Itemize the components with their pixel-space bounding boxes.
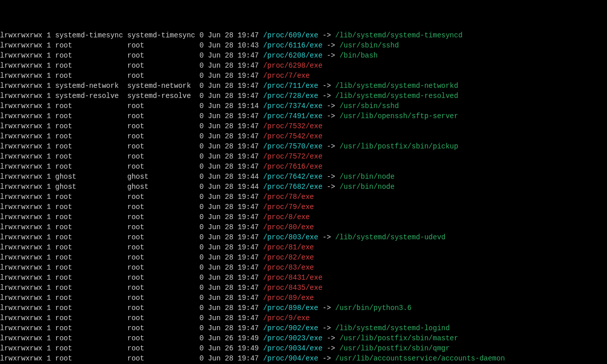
ls-row: lrwxrwxrwx 1 root root 0 Jun 28 19:47 /p… <box>0 353 607 363</box>
size: 0 <box>199 183 208 191</box>
group: root <box>127 152 199 161</box>
group: root <box>127 213 199 221</box>
permissions: lrwxrwxrwx <box>0 203 42 211</box>
size: 0 <box>199 253 208 262</box>
ls-row: lrwxrwxrwx 1 root root 0 Jun 28 19:47 /p… <box>0 283 607 293</box>
permissions: lrwxrwxrwx <box>0 122 42 130</box>
group: root <box>127 354 199 362</box>
date: Jun 28 19:14 <box>208 102 259 110</box>
group: root <box>127 72 199 80</box>
link-count: 1 <box>42 284 55 292</box>
size: 0 <box>199 284 208 292</box>
symlink-path: /proc/902/exe <box>263 324 318 332</box>
symlink-target: /usr/bin/node <box>339 173 394 181</box>
permissions: lrwxrwxrwx <box>0 354 42 362</box>
link-count: 1 <box>42 173 55 181</box>
link-count: 1 <box>42 112 55 120</box>
ls-row: lrwxrwxrwx 1 root root 0 Jun 28 19:47 /p… <box>0 303 607 313</box>
symlink-path: /proc/898/exe <box>263 304 318 312</box>
ls-row: lrwxrwxrwx 1 root root 0 Jun 28 19:47 /p… <box>0 192 607 202</box>
ls-row: lrwxrwxrwx 1 systemd-timesync systemd-ti… <box>0 30 607 40</box>
date: Jun 26 19:49 <box>208 334 259 342</box>
ls-row: lrwxrwxrwx 1 root root 0 Jun 28 19:47 /p… <box>0 242 607 252</box>
ls-row: lrwxrwxrwx 1 root root 0 Jun 28 19:47 /p… <box>0 71 607 81</box>
symlink-target: /lib/systemd/systemd-networkd <box>335 82 459 90</box>
size: 0 <box>199 31 208 39</box>
ls-row: lrwxrwxrwx 1 root root 0 Jun 28 19:47 /p… <box>0 273 607 283</box>
group: root <box>127 334 199 342</box>
ls-row: lrwxrwxrwx 1 root root 0 Jun 28 19:47 /p… <box>0 232 607 242</box>
symlink-path: /proc/728/exe <box>263 92 318 100</box>
size: 0 <box>199 233 208 241</box>
size: 0 <box>199 41 208 49</box>
arrow-icon: -> <box>323 41 340 49</box>
symlink-target: /usr/lib/accountsservice/accounts-daemon <box>335 354 505 362</box>
group: root <box>127 344 199 352</box>
permissions: lrwxrwxrwx <box>0 31 42 39</box>
permissions: lrwxrwxrwx <box>0 142 42 150</box>
ls-row: lrwxrwxrwx 1 root root 0 Jun 26 19:49 /p… <box>0 343 607 353</box>
permissions: lrwxrwxrwx <box>0 183 42 191</box>
symlink-path: /proc/7682/exe <box>263 183 323 191</box>
owner: root <box>55 274 127 282</box>
symlink-target: /usr/lib/openssh/sftp-server <box>339 112 458 120</box>
owner: systemd-network <box>55 82 127 90</box>
owner: root <box>55 253 127 262</box>
group: root <box>127 304 199 312</box>
date: Jun 28 19:44 <box>208 173 259 181</box>
permissions: lrwxrwxrwx <box>0 112 42 120</box>
date: Jun 28 19:47 <box>208 51 259 60</box>
group: root <box>127 142 199 150</box>
ls-row: lrwxrwxrwx 1 root root 0 Jun 28 19:47 /p… <box>0 61 607 71</box>
size: 0 <box>199 152 208 161</box>
owner: root <box>55 132 127 140</box>
group: ghost <box>127 183 199 191</box>
arrow-icon: -> <box>318 31 335 39</box>
date: Jun 28 19:47 <box>208 213 259 221</box>
date: Jun 28 19:47 <box>208 132 259 140</box>
ls-row: lrwxrwxrwx 1 root root 0 Jun 28 10:43 /p… <box>0 40 607 50</box>
owner: ghost <box>55 183 127 191</box>
link-count: 1 <box>42 314 55 322</box>
symlink-path: /proc/711/exe <box>263 82 318 90</box>
date: Jun 28 19:47 <box>208 163 259 171</box>
size: 0 <box>199 354 208 362</box>
symlink-target: /usr/bin/node <box>339 183 394 191</box>
symlink-path: /proc/7642/exe <box>263 173 323 181</box>
ls-row: lrwxrwxrwx 1 systemd-resolve systemd-res… <box>0 91 607 101</box>
symlink-path: /proc/7570/exe <box>263 142 323 150</box>
date: Jun 28 19:47 <box>208 223 259 231</box>
link-count: 1 <box>42 213 55 221</box>
link-count: 1 <box>42 324 55 332</box>
symlink-path: /proc/80/exe <box>263 223 314 231</box>
group: root <box>127 41 199 49</box>
owner: root <box>55 233 127 241</box>
group: root <box>127 233 199 241</box>
size: 0 <box>199 82 208 90</box>
owner: root <box>55 213 127 221</box>
symlink-path: /proc/904/exe <box>263 354 318 362</box>
group: root <box>127 62 199 70</box>
group: root <box>127 294 199 302</box>
link-count: 1 <box>42 223 55 231</box>
symlink-path: /proc/89/exe <box>263 294 314 302</box>
group: ghost <box>127 173 199 181</box>
arrow-icon: -> <box>323 334 340 342</box>
link-count: 1 <box>42 142 55 150</box>
permissions: lrwxrwxrwx <box>0 193 42 201</box>
owner: root <box>55 264 127 272</box>
link-count: 1 <box>42 274 55 282</box>
permissions: lrwxrwxrwx <box>0 304 42 312</box>
owner: root <box>55 334 127 342</box>
owner: root <box>55 324 127 332</box>
link-count: 1 <box>42 243 55 251</box>
symlink-path: /proc/7374/exe <box>263 102 323 110</box>
owner: root <box>55 314 127 322</box>
size: 0 <box>199 324 208 332</box>
owner: root <box>55 354 127 362</box>
ls-row: lrwxrwxrwx 1 root root 0 Jun 28 19:47 /p… <box>0 212 607 222</box>
permissions: lrwxrwxrwx <box>0 102 42 110</box>
symlink-path: /proc/6298/exe <box>263 62 323 70</box>
date: Jun 28 19:47 <box>208 324 259 332</box>
owner: root <box>55 223 127 231</box>
